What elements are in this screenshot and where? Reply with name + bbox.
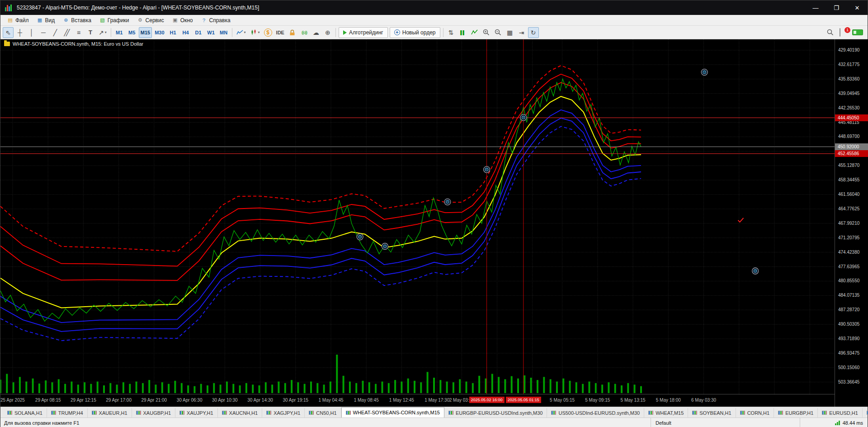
chart-marker[interactable] [444, 199, 451, 205]
zigzag-button[interactable] [469, 27, 480, 38]
chart-tab[interactable]: XAUEUR,H1 [88, 408, 132, 418]
chart-tab[interactable]: US500-USDInd-EURUSD.synth,M30 [547, 408, 644, 418]
timeframe-m1-button[interactable]: M1 [113, 27, 125, 38]
web-button[interactable]: ⊕ [322, 27, 333, 38]
volume-bar [142, 383, 144, 393]
chart-tab[interactable]: TRUMP,H4 [47, 408, 88, 418]
menu-сервис[interactable]: ⚙Сервис [133, 16, 168, 24]
time-tick-label: 30 Apr 10:30 [212, 398, 238, 403]
menu-файл[interactable]: ▤Файл [3, 16, 33, 24]
chart-marker[interactable] [752, 268, 759, 274]
volume-bar [187, 385, 189, 393]
timeframe-mn-button[interactable]: MN [218, 27, 230, 38]
chart-marker[interactable] [520, 114, 527, 121]
chart-tab-icon [136, 411, 141, 415]
chart-tab[interactable]: XAGJPY,H1 [262, 408, 305, 418]
chart-marker[interactable] [357, 234, 363, 240]
chart-tab[interactable]: XAUJPY,H1 [175, 408, 218, 418]
volume-bar [38, 384, 40, 393]
horizontal-line-tool[interactable]: ─ [38, 27, 49, 38]
cloud-button[interactable]: ☁ [311, 27, 321, 38]
price-axis[interactable]: 429.40190432.61775435.83360439.04945442.… [835, 39, 868, 407]
timeframe-w1-button[interactable]: W1 [205, 27, 217, 38]
chart-tab[interactable]: EURGBP,H1 [774, 408, 818, 418]
chart-tab[interactable]: SOLANA,H1 [3, 408, 47, 418]
chart-tab[interactable]: WHEAT-SOYBEANS-CORN.synth,M15 [341, 407, 444, 418]
timeframe-m5-button[interactable]: M5 [126, 27, 138, 38]
zoom-in-button[interactable] [481, 27, 492, 38]
minimize-button[interactable]: — [805, 0, 826, 15]
signal-button[interactable]: ((o)) [299, 27, 310, 38]
cursor-tool[interactable]: ⇖ [3, 27, 14, 38]
chart-type-button[interactable]: ▾ [235, 27, 248, 38]
price-tick-label: 429.40190 [838, 47, 859, 52]
zoom-in-icon [483, 29, 490, 36]
chart-marker[interactable] [701, 69, 708, 76]
sort-button[interactable]: ⇅ [446, 27, 457, 38]
auto-scroll-button[interactable]: ↻ [528, 27, 539, 38]
chart-shift-button[interactable]: ⇥ [516, 27, 527, 38]
chart-tab[interactable]: XAUCNH,H1 [218, 408, 263, 418]
close-button[interactable]: ✕ [847, 0, 868, 15]
menu-вид[interactable]: ▦Вид [33, 16, 59, 24]
timeframe-d1-button[interactable]: D1 [193, 27, 204, 38]
profile-selector[interactable]: Default [651, 418, 800, 427]
search-button[interactable] [825, 27, 835, 38]
menu-вставка[interactable]: ⊕Вставка [59, 16, 95, 24]
chart-tab-icon [266, 411, 271, 415]
chart-tab[interactable]: EURUSD,H1 [818, 408, 863, 418]
fibonacci-tool[interactable]: ≡ [73, 27, 84, 38]
chart-marker[interactable] [382, 243, 388, 250]
menu-окно[interactable]: ▣Окно [168, 16, 197, 24]
chart-tab[interactable]: EURGBP-EURUSD-USDInd.synth,M30 [444, 408, 547, 418]
trendline-tool[interactable]: ╱ [50, 27, 61, 38]
timeframe-m30-button[interactable]: M30 [153, 27, 166, 38]
menu-справка[interactable]: ?Справка [197, 16, 235, 24]
algo-trading-button[interactable]: Алготрейдинг [339, 27, 388, 38]
ide-button[interactable]: IDE [274, 27, 286, 38]
zigzag-icon [471, 29, 478, 35]
zoom-out-button[interactable] [493, 27, 504, 38]
time-axis[interactable]: 25 Apr 202529 Apr 08:1529 Apr 12:1529 Ap… [0, 394, 835, 407]
chart-tab[interactable]: WHEAT,M15 [644, 408, 688, 418]
timeframe-h4-button[interactable]: H4 [180, 27, 192, 38]
text-tool[interactable]: T [85, 27, 96, 38]
menu-icon: ▤ [7, 17, 13, 23]
candlestick-icon [250, 29, 257, 35]
vertical-line-tool[interactable]: │ [26, 27, 37, 38]
tile-windows-button[interactable]: ▦ [505, 27, 515, 38]
symbol-dollar-button[interactable]: $ [264, 28, 272, 37]
shapes-tool[interactable]: ↗▾ [97, 27, 108, 38]
chart-marker[interactable] [484, 166, 490, 173]
chart-tab-icon [346, 411, 351, 415]
volume-bar [640, 386, 642, 393]
channel-tool[interactable]: ╱╱ [61, 27, 72, 38]
volume-bar [77, 384, 79, 393]
crosshair-tool[interactable]: ┼ [14, 27, 25, 38]
indicators-button[interactable]: ▾ [249, 27, 262, 38]
menu-графики[interactable]: ▧Графики [95, 16, 133, 24]
volume-bar [550, 379, 552, 393]
chart-tab-icon [7, 411, 12, 415]
volume-bar [634, 384, 636, 393]
new-order-button[interactable]: + Новый ордер [390, 27, 440, 38]
timeframe-h1-button[interactable]: H1 [167, 27, 179, 38]
chart-tab[interactable]: CORN,H1 [736, 408, 774, 418]
chart-canvas[interactable] [0, 39, 835, 407]
lock-button[interactable] [287, 27, 298, 38]
pause-button[interactable]: ▌▌ [458, 27, 468, 38]
notifications-button[interactable]: 1 [840, 28, 849, 37]
chart-region[interactable]: WHEAT-SOYBEANS-CORN.synth, M15: Euro vs … [0, 39, 868, 407]
chart-tab[interactable]: USDInd,H1 [863, 408, 868, 418]
connection-bars-icon [835, 420, 840, 425]
volume-bar [200, 384, 202, 393]
maximize-button[interactable]: ❐ [826, 0, 847, 15]
volume-bar [368, 382, 370, 393]
chart-tab[interactable]: XAUGBP,H1 [132, 408, 176, 418]
timeframe-m15-button[interactable]: M15 [139, 27, 152, 38]
price-chart[interactable] [0, 39, 835, 407]
price-tick-label: 448.69700 [838, 134, 859, 139]
chart-tab[interactable]: CN50,H1 [305, 408, 341, 418]
chart-tab[interactable]: SOYBEAN,H1 [688, 408, 736, 418]
volume-bar [627, 383, 629, 393]
